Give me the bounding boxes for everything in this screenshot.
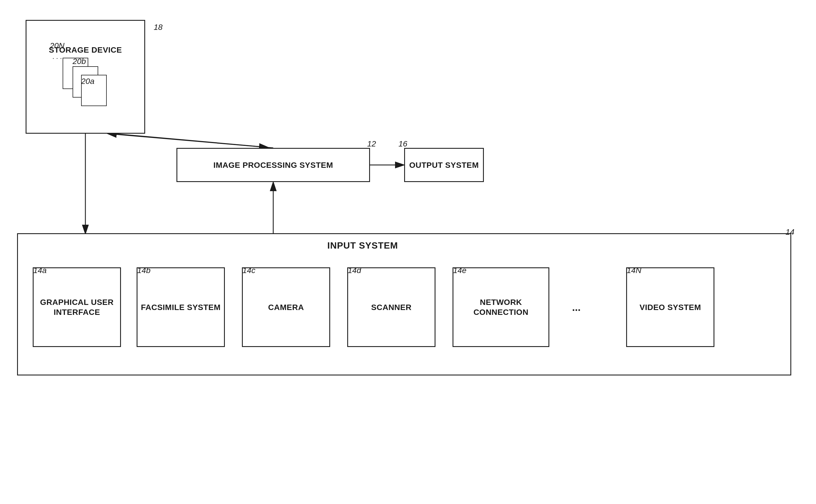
scanner-box: SCANNER <box>347 267 436 347</box>
svg-line-4 <box>114 134 267 147</box>
output-system-box: OUTPUT SYSTEM <box>404 148 484 182</box>
diagram-container: STORAGE DEVICE 20N 20b 20a . . . 18 IMAG… <box>0 0 816 504</box>
image-processing-label: IMAGE PROCESSING SYSTEM <box>213 160 333 170</box>
network-box: NETWORK CONNECTION <box>453 267 549 347</box>
ref-14d: 14d <box>348 266 361 275</box>
network-label: NETWORK CONNECTION <box>454 297 549 317</box>
storage-ellipsis: . . . <box>53 53 62 61</box>
ref-12: 12 <box>367 139 376 148</box>
image-processing-box: IMAGE PROCESSING SYSTEM <box>176 148 370 182</box>
camera-label: CAMERA <box>268 302 304 312</box>
video-label: VIDEO SYSTEM <box>640 302 701 312</box>
video-box: VIDEO SYSTEM <box>626 267 714 347</box>
camera-box: CAMERA <box>242 267 330 347</box>
gui-box: GRAPHICAL USER INTERFACE <box>33 267 121 347</box>
ref-14: 14 <box>786 228 794 237</box>
input-system-label: INPUT SYSTEM <box>327 240 398 251</box>
ref-14b: 14b <box>137 266 151 275</box>
ellipsis-label: ... <box>572 301 581 313</box>
label-20b: 20b <box>73 57 86 66</box>
label-20n: 20N <box>50 41 64 50</box>
output-system-label: OUTPUT SYSTEM <box>409 160 479 170</box>
gui-label: GRAPHICAL USER INTERFACE <box>34 297 120 317</box>
facsimile-box: FACSIMILE SYSTEM <box>137 267 225 347</box>
ref-18: 18 <box>154 23 162 32</box>
ref-14a: 14a <box>33 266 47 275</box>
ref-14c: 14c <box>242 266 255 275</box>
scanner-label: SCANNER <box>371 302 412 312</box>
ref-14e: 14e <box>453 266 467 275</box>
label-20a: 20a <box>81 77 94 86</box>
facsimile-label: FACSIMILE SYSTEM <box>141 302 220 312</box>
ref-14n: 14N <box>627 266 641 275</box>
svg-line-3 <box>108 134 273 148</box>
ref-16: 16 <box>398 139 407 148</box>
